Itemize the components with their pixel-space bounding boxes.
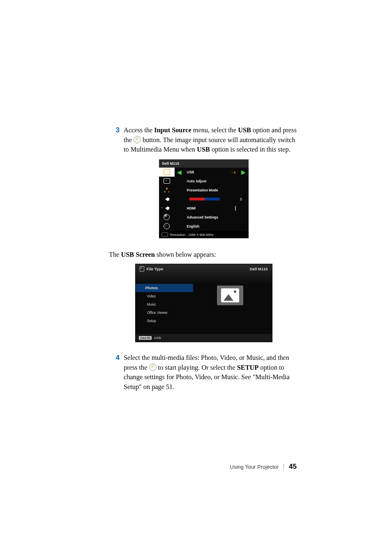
volume-slider-cell <box>175 198 234 200</box>
vga-port-icon <box>161 233 168 237</box>
speaker-back-icon <box>159 206 175 210</box>
input-source-icon <box>159 168 175 177</box>
menu-label-usb: USB <box>184 170 224 174</box>
bold-input-source: Input Source <box>154 126 191 134</box>
volume-slider[interactable] <box>189 198 220 200</box>
menu-row-presentation-mode[interactable]: Presentation Mode <box>159 186 249 195</box>
text: menu, select the <box>191 126 238 134</box>
preview-thumbnail <box>217 286 243 305</box>
menu-footer: Resolution : 1280 X 800 60Hz <box>159 231 249 239</box>
menu-row-usb[interactable]: ◀ USB ▶ <box>159 168 249 177</box>
menu-row-auto-adjust[interactable]: Auto Adjust <box>159 177 249 186</box>
check-icon <box>149 364 157 371</box>
menu-label-auto-adjust: Auto Adjust <box>175 179 249 183</box>
usb-screen-body: Photos Video Music Office Viewer Setup <box>136 275 272 334</box>
page: 3 Access the Input Source menu, select t… <box>0 0 392 555</box>
check-icon <box>134 136 141 143</box>
menu-row-advanced-settings[interactable]: Advanced Settings <box>159 213 249 222</box>
usb-screen: File Type Dell M110 Photos Video Music O… <box>135 264 272 342</box>
step-4-body: Select the multi-media files: Photo, Vid… <box>124 353 298 392</box>
left-arrow-icon[interactable]: ◀ <box>175 169 184 175</box>
info-icon <box>159 223 175 229</box>
presentation-mode-icon <box>159 188 175 193</box>
right-arrow-icon[interactable]: ▶ <box>239 169 249 175</box>
list-item-office-viewer[interactable]: Office Viewer <box>136 309 193 317</box>
usb-file-type-list: Photos Video Music Office Viewer Setup <box>136 284 193 325</box>
list-item-music[interactable]: Music <box>136 300 193 309</box>
text: to start playing. Or select the <box>157 364 237 371</box>
menu-label-english: English <box>175 224 249 228</box>
text: option is selected in this step. <box>210 145 291 153</box>
menu-label-presentation-mode: Presentation Mode <box>175 188 249 192</box>
menu-row-english[interactable]: English <box>159 222 249 231</box>
bold-usb-2: USB <box>197 145 210 153</box>
menu-label-advanced: Advanced Settings <box>175 215 249 219</box>
menu-label-hdmi: HDMI <box>175 206 228 210</box>
list-item-setup[interactable]: Setup <box>136 317 193 325</box>
menu-row-hdmi[interactable]: HDMI <box>159 204 249 213</box>
input-source-menu: Dell M110 ◀ USB ▶ Auto Adjust Presentati… <box>159 159 249 239</box>
gear-icon <box>159 214 175 220</box>
bold-usb: USB <box>238 126 251 134</box>
step-number-3: 3 <box>109 125 124 136</box>
usb-screen-caption: The USB Screen shown below appears: <box>109 250 298 260</box>
text: shown below appears: <box>155 251 216 258</box>
page-footer: Using Your Projector 45 <box>230 463 297 471</box>
step-3: 3 Access the Input Source menu, select t… <box>109 125 298 154</box>
menu-row-volume[interactable]: 5 <box>159 195 249 204</box>
bold-usb-screen: USB Screen <box>121 251 154 258</box>
text: Access the <box>124 126 154 134</box>
usb-header-right: Dell M110 <box>250 267 268 271</box>
auto-adjust-icon <box>159 178 175 184</box>
section-title: Using Your Projector <box>230 464 279 470</box>
document-icon <box>140 266 144 272</box>
hdmi-port-icon <box>228 206 243 210</box>
page-number: 45 <box>289 463 297 471</box>
step-number-4: 4 <box>109 353 124 363</box>
step-4: 4 Select the multi-media files: Photo, V… <box>109 353 298 392</box>
image-icon <box>221 288 239 302</box>
volume-value: 5 <box>234 197 249 201</box>
menu-title: Dell M110 <box>159 159 249 168</box>
usb-preview-pane <box>193 284 267 325</box>
usb-screen-header: File Type Dell M110 <box>136 264 272 275</box>
resolution-text: Resolution : 1280 X 800 60Hz <box>170 233 214 237</box>
list-item-video[interactable]: Video <box>136 292 193 300</box>
usb-screen-footer: •Card SD USB <box>136 334 272 342</box>
list-item-photos[interactable]: Photos <box>136 284 193 292</box>
step-3-body: Access the Input Source menu, select the… <box>124 125 298 154</box>
bold-setup: SETUP <box>237 364 258 371</box>
sd-card-badge: •Card SD <box>139 336 152 340</box>
text: The <box>109 251 121 258</box>
speaker-icon <box>159 197 175 201</box>
footer-divider <box>284 464 284 470</box>
usb-footer-text: USB <box>154 336 161 340</box>
usb-header-left: File Type <box>147 267 163 271</box>
